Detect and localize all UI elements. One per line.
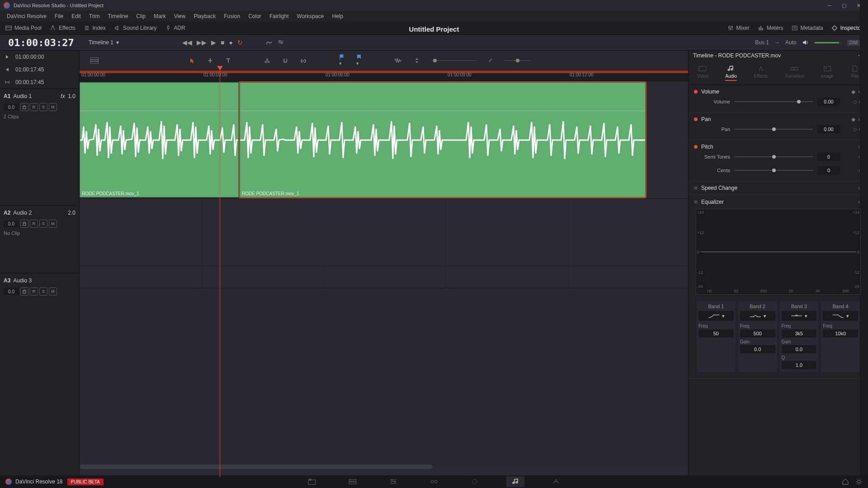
track-level-a2[interactable]: 0.0 (4, 221, 19, 227)
track-header-a2[interactable]: A2 Audio 22.0 0.0 R S M No Clip (0, 205, 79, 273)
text-tool[interactable] (225, 57, 231, 64)
minimize-button[interactable]: ─ (824, 1, 835, 9)
speaker-icon[interactable] (802, 39, 809, 46)
volume-enable-dot[interactable] (694, 90, 698, 94)
solo-button-a2[interactable]: S (39, 220, 47, 228)
band3-q[interactable]: 1.0 (782, 361, 817, 369)
marker-button[interactable]: ▾ (356, 54, 362, 66)
menu-help[interactable]: Help (328, 13, 347, 19)
band3-shape-select[interactable]: ▾ (782, 311, 817, 321)
band2-freq[interactable]: 500 (740, 329, 775, 338)
lock-button-a1[interactable] (20, 103, 28, 111)
semitones-slider[interactable] (735, 156, 813, 157)
band1-shape-select[interactable]: ▾ (698, 311, 734, 321)
page-fairlight[interactable] (506, 476, 524, 487)
cents-value[interactable]: 0 (817, 166, 840, 174)
auto-label[interactable]: Auto (785, 39, 797, 46)
page-edit[interactable] (384, 476, 402, 487)
page-color[interactable] (466, 476, 484, 487)
tab-effects[interactable]: Effects (754, 65, 767, 81)
settings-button[interactable] (855, 478, 863, 485)
menu-workspace[interactable]: Workspace (293, 13, 328, 19)
lock-button-a3[interactable] (20, 287, 28, 296)
keyframe-icon[interactable]: ◇ (853, 99, 857, 105)
solo-button-a3[interactable]: S (39, 287, 47, 296)
options-button[interactable] (277, 39, 284, 46)
menu-playback[interactable]: Playback (189, 13, 220, 19)
timeline-selector[interactable]: Timeline 1▾ (80, 39, 128, 46)
track-lane-a2[interactable] (80, 199, 688, 267)
pointer-tool[interactable] (189, 57, 195, 64)
menu-timeline[interactable]: Timeline (104, 13, 132, 19)
index-button[interactable]: Index (84, 25, 106, 31)
cents-slider[interactable] (735, 170, 813, 171)
band3-freq[interactable]: 3k5 (782, 329, 817, 338)
track-lane-a3[interactable] (80, 267, 688, 288)
fit-button[interactable]: ⤢ (488, 57, 492, 63)
audio-clip-2[interactable]: RODE PODCASTER.mov_1 (240, 82, 646, 197)
metadata-button[interactable]: Metadata (792, 25, 823, 31)
mute-button-a2[interactable]: M (49, 220, 57, 228)
band2-gain[interactable]: 0.0 (740, 345, 775, 353)
band4-freq[interactable]: 10k0 (823, 329, 858, 338)
adr-button[interactable]: ADR (165, 25, 185, 31)
automation-button[interactable] (265, 39, 273, 46)
page-cut[interactable] (344, 476, 362, 487)
arm-button-a2[interactable]: R (30, 220, 38, 228)
menu-edit[interactable]: Edit (67, 13, 85, 19)
zoom-slider[interactable] (431, 59, 476, 62)
tab-file[interactable]: File (850, 65, 859, 81)
keyframe-icon[interactable]: ◆ (851, 89, 855, 95)
band4-shape-select[interactable]: ▾ (823, 311, 858, 321)
menu-fusion[interactable]: Fusion (220, 13, 244, 19)
band1-freq[interactable]: 50 (698, 329, 734, 338)
inspector-button[interactable]: Inspector (831, 25, 863, 31)
volume-slider[interactable] (735, 101, 813, 102)
bus-label[interactable]: Bus 1 (755, 39, 769, 46)
menu-color[interactable]: Color (244, 13, 265, 19)
pan-enable-dot[interactable] (694, 117, 698, 121)
rewind-button[interactable]: ◀◀ (182, 39, 192, 46)
expand-button[interactable] (414, 57, 420, 64)
tab-transition[interactable]: Transition (784, 65, 804, 81)
menu-davinci[interactable]: DaVinci Resolve (3, 13, 51, 19)
horizontal-scrollbar[interactable] (80, 465, 433, 469)
track-level-a1[interactable]: 0.0 (4, 104, 19, 111)
arm-button-a3[interactable]: R (30, 287, 38, 296)
edit-point[interactable] (239, 81, 239, 198)
volume-value[interactable]: 0.00 (817, 98, 840, 106)
mute-button-a1[interactable]: M (49, 103, 57, 111)
snap-tool[interactable] (282, 57, 288, 64)
playhead[interactable] (220, 70, 220, 477)
track-header-a3[interactable]: A3 Audio 3 0.0 R S M (0, 273, 79, 300)
effects-button[interactable]: Effects (50, 25, 75, 31)
play-button[interactable]: ▶ (211, 39, 216, 46)
keyframe-icon[interactable]: ◇ (853, 127, 857, 132)
waveform-button[interactable] (394, 57, 402, 64)
semitones-value[interactable]: 0 (817, 153, 840, 161)
stop-button[interactable]: ■ (221, 39, 224, 46)
media-pool-button[interactable]: Media Pool (5, 25, 42, 31)
eq-enable-dot[interactable] (694, 200, 698, 204)
link-tool[interactable] (300, 57, 307, 64)
timeline-ruler[interactable]: 01:00:00:00 01:00:03:00 01:00:06:00 01:0… (80, 70, 688, 81)
page-media[interactable] (303, 476, 321, 487)
flag-button[interactable]: ▾ (339, 54, 344, 66)
meters-button[interactable]: Meters (758, 25, 783, 31)
tab-audio[interactable]: Audio (725, 65, 737, 81)
zoom-slider-2[interactable] (504, 59, 531, 62)
band3-gain[interactable]: 0.0 (782, 345, 817, 353)
pan-slider[interactable] (735, 129, 813, 130)
record-button[interactable]: ● (229, 39, 232, 46)
keyframe-icon[interactable]: ◆ (851, 116, 855, 122)
lock-button-a2[interactable] (20, 220, 28, 228)
menu-trim[interactable]: Trim (85, 13, 104, 19)
mute-button-a3[interactable]: M (49, 287, 57, 296)
home-button[interactable] (842, 478, 849, 485)
menu-mark[interactable]: Mark (150, 13, 170, 19)
forward-button[interactable]: ▶▶ (197, 39, 207, 46)
eq-graph[interactable]: +24 +24 +12 +12 0 0 -12 -12 -24 -24 Hz62… (696, 209, 861, 295)
track-header-a1[interactable]: A1 Audio 1fx 1.0 0.0 R S M 2 Clips (0, 89, 79, 205)
loop-button[interactable]: ↻ (237, 39, 243, 46)
menu-view[interactable]: View (170, 13, 190, 19)
